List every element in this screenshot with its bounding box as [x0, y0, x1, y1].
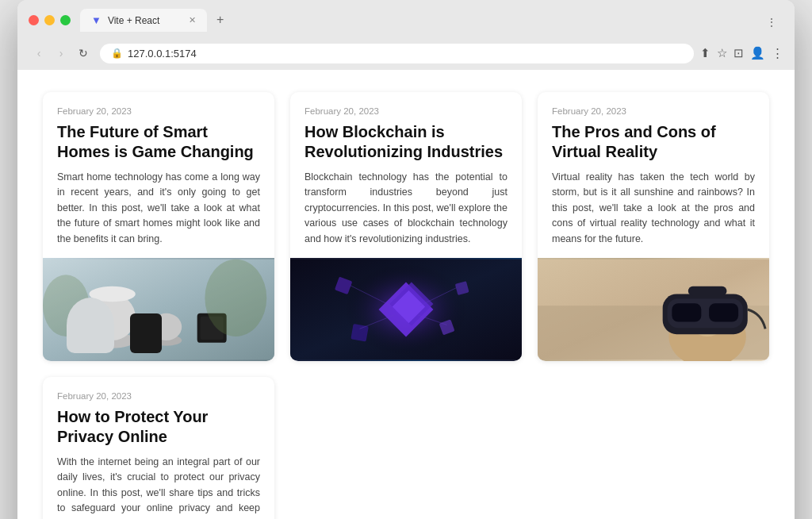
- tabs-row: ▼ Vite + React ✕ + ⋮: [80, 8, 783, 32]
- svg-rect-5: [151, 313, 182, 340]
- profile-button[interactable]: 👤: [750, 46, 765, 60]
- share-button[interactable]: ⬆: [700, 46, 710, 60]
- post-image-3: [538, 258, 769, 361]
- post-card-1[interactable]: February 20, 2023 The Future of Smart Ho…: [43, 92, 274, 361]
- maximize-button[interactable]: [60, 15, 71, 25]
- new-tab-button[interactable]: +: [209, 8, 232, 32]
- post-excerpt-3: Virtual reality has taken the tech world…: [552, 170, 755, 247]
- browser-actions: ⬆ ☆ ⊡ 👤 ⋮: [700, 46, 783, 60]
- post-date-4: February 20, 2023: [57, 391, 260, 401]
- smart-home-svg: [43, 258, 274, 361]
- post-image-2: [290, 258, 522, 361]
- forward-button[interactable]: ›: [51, 43, 71, 63]
- back-button[interactable]: ‹: [29, 43, 49, 63]
- post-date-1: February 20, 2023: [57, 106, 260, 116]
- cards-grid-bottom: February 20, 2023 How to Protect Your Pr…: [43, 377, 769, 519]
- svg-rect-31: [709, 303, 738, 321]
- post-image-1: [43, 258, 274, 361]
- minimize-button[interactable]: [44, 15, 55, 25]
- post-title-2: How Blockchain is Revolutionizing Indust…: [304, 122, 508, 162]
- post-date-2: February 20, 2023: [304, 106, 508, 116]
- more-options-button[interactable]: ⋮: [760, 13, 783, 32]
- tab-favicon: ▼: [91, 14, 102, 26]
- close-button[interactable]: [29, 15, 39, 25]
- svg-point-1: [89, 333, 135, 348]
- refresh-button[interactable]: ↻: [73, 43, 94, 63]
- post-excerpt-1: Smart home technology has come a long wa…: [57, 170, 260, 247]
- address-bar: ‹ › ↻ 🔒 127.0.0.1:5174 ⬆ ☆ ⊡ 👤 ⋮: [17, 38, 795, 70]
- overflow-menu-button[interactable]: ⋮: [772, 46, 783, 60]
- post-card-2[interactable]: February 20, 2023 How Blockchain is Revo…: [290, 92, 522, 361]
- split-view-button[interactable]: ⊡: [733, 46, 744, 60]
- title-bar: ▼ Vite + React ✕ + ⋮: [17, 0, 795, 38]
- post-date-3: February 20, 2023: [552, 106, 755, 116]
- browser-window: ▼ Vite + React ✕ + ⋮ ‹ › ↻ 🔒 127.0.0.1:5…: [17, 0, 795, 519]
- cards-grid-top: February 20, 2023 The Future of Smart Ho…: [43, 92, 769, 361]
- post-title-4: How to Protect Your Privacy Online: [57, 407, 260, 447]
- nav-buttons: ‹ › ↻: [29, 43, 94, 63]
- post-card-4[interactable]: February 20, 2023 How to Protect Your Pr…: [43, 377, 274, 519]
- lock-icon: 🔒: [111, 48, 123, 59]
- post-excerpt-4: With the internet being an integral part…: [57, 455, 260, 519]
- svg-point-3: [89, 286, 135, 302]
- svg-point-9: [43, 275, 89, 336]
- blockchain-svg: [290, 258, 522, 361]
- post-title-1: The Future of Smart Homes is Game Changi…: [57, 122, 260, 162]
- svg-point-8: [205, 260, 266, 336]
- page-content: February 20, 2023 The Future of Smart Ho…: [17, 70, 795, 519]
- svg-rect-32: [688, 286, 727, 296]
- url-bar[interactable]: 🔒 127.0.0.1:5174: [100, 44, 694, 63]
- post-title-3: The Pros and Cons of Virtual Reality: [552, 122, 755, 162]
- active-tab[interactable]: ▼ Vite + React ✕: [80, 9, 207, 32]
- tab-close-button[interactable]: ✕: [189, 15, 196, 25]
- post-excerpt-2: Blockchain technology has the potential …: [304, 170, 508, 247]
- window-controls: [29, 15, 71, 25]
- tab-title: Vite + React: [108, 15, 159, 26]
- post-card-3[interactable]: February 20, 2023 The Pros and Cons of V…: [538, 92, 769, 361]
- url-text: 127.0.0.1:5174: [128, 48, 197, 60]
- svg-rect-30: [672, 303, 701, 321]
- vr-svg: [538, 258, 769, 361]
- bookmark-button[interactable]: ☆: [717, 46, 727, 60]
